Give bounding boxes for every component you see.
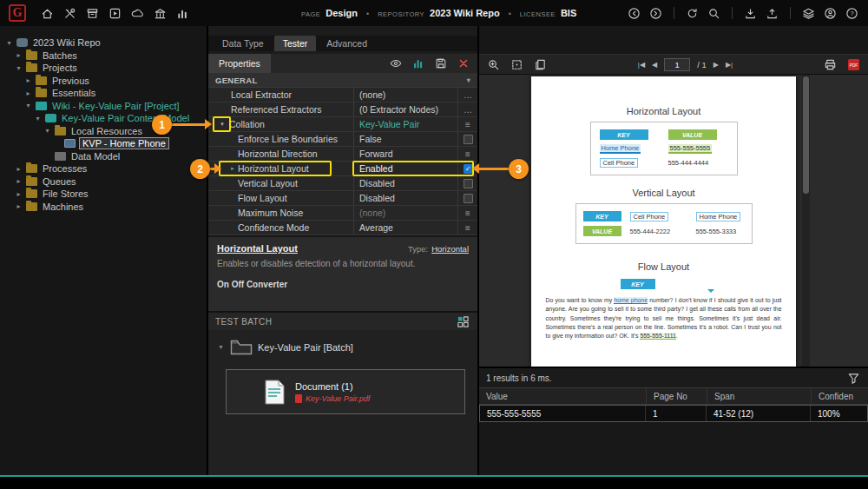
menu-icon[interactable]: ≡ <box>458 206 477 220</box>
expander-closed-icon[interactable]: ▸ <box>15 165 23 173</box>
property-value[interactable]: False <box>354 132 458 146</box>
chevron-down-icon[interactable]: ▾ <box>467 76 470 84</box>
column-header-confidence[interactable]: Confiden <box>811 388 868 404</box>
sidebar-item-previous[interactable]: ▸Previous <box>0 75 207 88</box>
property-row-referenced-extractors[interactable]: Referenced Extractors (0 Extractor Nodes… <box>208 102 477 117</box>
menu-icon[interactable]: ≡ <box>458 117 477 131</box>
document-filename[interactable]: Key-Value Pair.pdf <box>306 394 370 403</box>
bank-icon[interactable] <box>153 6 168 21</box>
sidebar-item-essentials[interactable]: ▸Essentials <box>0 87 207 100</box>
filter-funnel-icon[interactable] <box>846 371 861 386</box>
expander-closed-icon[interactable]: ▸ <box>24 76 32 84</box>
property-value[interactable]: (0 Extractor Nodes) <box>354 102 458 116</box>
visibility-eye-icon[interactable] <box>388 56 403 71</box>
property-row-flow-layout[interactable]: Flow Layout Disabled <box>208 191 477 206</box>
checkbox-unchecked[interactable] <box>464 135 473 144</box>
menu-icon[interactable]: ≡ <box>458 147 477 161</box>
next-page-icon[interactable]: ▶ <box>713 61 719 69</box>
expander-closed-icon[interactable]: ▸ <box>15 202 23 210</box>
expander-open-icon[interactable]: ▾ <box>43 127 51 135</box>
property-row-confidence-mode[interactable]: Confidence Mode Average ≡ <box>208 221 477 235</box>
description-type-value[interactable]: Horizontal <box>431 244 469 254</box>
ellipsis-icon[interactable]: … <box>458 88 477 102</box>
download-icon[interactable] <box>743 6 758 21</box>
expander-open-icon[interactable]: ▾ <box>34 115 42 122</box>
tools-icon[interactable] <box>62 6 77 21</box>
sidebar-item-queues[interactable]: ▸Queues <box>0 175 207 188</box>
batch-folder-row[interactable]: ▾ Key-Value Pair [Batch] <box>215 339 470 355</box>
diagnostics-chart-icon[interactable] <box>411 56 425 71</box>
property-row-horizontal-layout[interactable]: ▸ Horizontal Layout Enabled ✓ <box>208 162 477 176</box>
sidebar-item-machines[interactable]: ▸Machines <box>0 201 207 214</box>
matched-value-text[interactable]: 555-555-1111 <box>640 333 675 340</box>
expander-open-icon[interactable]: ▾ <box>5 39 13 47</box>
sidebar-item-kvp-home-phone[interactable]: KVP - Home Phone <box>0 137 207 150</box>
upload-icon[interactable] <box>765 6 779 21</box>
horizontal-layout-expander-icon[interactable]: ▸ <box>227 165 238 172</box>
expander-open-icon[interactable]: ▾ <box>24 102 32 109</box>
property-value[interactable]: Key-Value Pair <box>354 117 458 131</box>
repository-value[interactable]: 2023 Wiki Repo <box>430 8 500 18</box>
document-page[interactable]: Horizontal Layout KEY VALUE Home Phone 5… <box>531 76 796 367</box>
forward-icon[interactable] <box>648 6 663 21</box>
expander-closed-icon[interactable]: ▸ <box>15 190 23 198</box>
cloud-icon[interactable] <box>130 6 145 21</box>
stats-chart-icon[interactable] <box>175 6 190 21</box>
tab-advanced[interactable]: Advanced <box>318 36 376 51</box>
last-page-icon[interactable]: ▶| <box>726 61 733 69</box>
sidebar-item-batches[interactable]: ▸Batches <box>0 50 207 63</box>
property-section-general[interactable]: GENERAL ▾ <box>208 73 477 88</box>
search-icon[interactable] <box>707 6 721 21</box>
property-value[interactable]: Average <box>354 221 458 235</box>
prev-page-icon[interactable]: ◀ <box>652 61 657 69</box>
viewer-scrollbar[interactable] <box>802 75 810 367</box>
page-number-input[interactable]: 1 <box>664 58 690 71</box>
tab-tester[interactable]: Tester <box>274 36 317 51</box>
candidate-key-text[interactable]: Cell Phone <box>600 158 639 168</box>
ellipsis-icon[interactable]: … <box>458 102 477 116</box>
batches-archive-icon[interactable] <box>85 6 100 21</box>
pdf-export-icon[interactable]: PDF <box>846 57 861 72</box>
sidebar-item-projects[interactable]: ▾Projects <box>0 62 207 75</box>
property-value[interactable]: (none) <box>354 206 458 220</box>
property-value[interactable]: Forward <box>354 147 458 161</box>
property-row-local-extractor[interactable]: Local Extractor (none) … <box>208 88 477 102</box>
sidebar-item-content-model[interactable]: ▾Key-Value Pair Content Model <box>0 112 207 125</box>
column-header-value[interactable]: Value <box>479 392 646 401</box>
candidate-key-text[interactable]: Home Phone <box>696 212 741 221</box>
collation-expander-icon[interactable]: ▾ <box>215 121 229 128</box>
sidebar-item-local-resources[interactable]: ▾Local Resources <box>0 125 207 138</box>
zoom-icon[interactable] <box>486 57 501 72</box>
expander-closed-icon[interactable]: ▸ <box>24 89 32 97</box>
sidebar-item-file-stores[interactable]: ▸File Stores <box>0 188 207 201</box>
layers-icon[interactable] <box>801 6 816 21</box>
expander-open-icon[interactable]: ▾ <box>15 64 23 72</box>
sidebar-item-repo[interactable]: ▾2023 Wiki Repo <box>0 36 207 50</box>
property-value[interactable]: Disabled <box>354 191 458 205</box>
column-header-page-no[interactable]: Page No <box>646 388 707 404</box>
play-activity-icon[interactable] <box>108 6 122 21</box>
batch-grid-icon[interactable] <box>456 314 470 329</box>
property-row-vertical-layout[interactable]: Vertical Layout Disabled <box>208 176 477 191</box>
result-row[interactable]: 555-555-5555 1 41-52 (12) 100% <box>479 405 868 422</box>
sidebar-item-data-model[interactable]: Data Model <box>0 150 207 163</box>
property-row-collation[interactable]: ▾ Collation Key-Value Pair ≡ <box>208 117 477 132</box>
print-icon[interactable] <box>823 57 838 72</box>
document-canvas[interactable]: Horizontal Layout KEY VALUE Home Phone 5… <box>479 75 868 367</box>
matched-key-text[interactable]: home phone <box>614 297 648 304</box>
menu-icon[interactable]: ≡ <box>458 221 477 235</box>
sidebar-item-wiki-project[interactable]: ▾Wiki - Key-Value Pair [Project] <box>0 100 207 113</box>
checkbox-unchecked[interactable] <box>464 179 473 188</box>
property-value[interactable]: Disabled <box>354 176 458 190</box>
matched-value-text[interactable]: 555-555-5555 <box>668 144 713 154</box>
matched-key-text[interactable]: Home Phone <box>600 144 641 154</box>
tab-data-type[interactable]: Data Type <box>214 36 273 51</box>
expander-closed-icon[interactable]: ▸ <box>15 51 23 59</box>
grooper-logo[interactable]: G <box>9 4 26 22</box>
property-value[interactable]: Enabled <box>354 162 458 175</box>
copy-pages-icon[interactable] <box>533 57 548 72</box>
sidebar-item-processes[interactable]: ▸Processes <box>0 162 207 175</box>
column-header-span[interactable]: Span <box>707 388 811 404</box>
candidate-key-text[interactable]: Cell Phone <box>630 212 669 221</box>
checkbox-unchecked[interactable] <box>464 194 473 203</box>
